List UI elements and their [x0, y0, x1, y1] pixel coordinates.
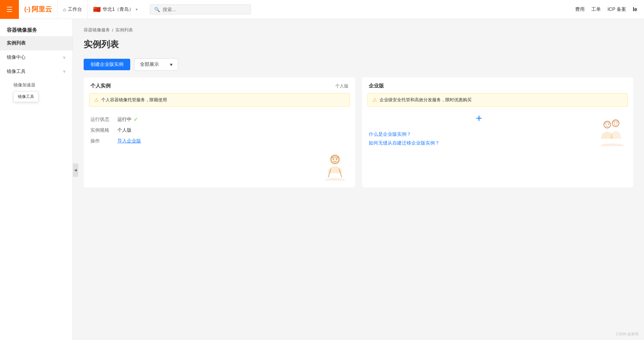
sidebar-collapse-button[interactable]: ◀: [73, 163, 78, 177]
top-navigation: ☰ (-) 阿里云 ⌂ 工作台 🇨🇳 华北1（青岛） ▾ 🔍 费用 工单 ICP…: [0, 0, 644, 19]
search-box[interactable]: 🔍: [150, 4, 251, 15]
svg-point-7: [606, 124, 607, 125]
sidebar: 容器镜像服务 实例列表 镜像中心 ∨ 镜像工具 ∧ 镜像加速器 镜像工具: [0, 19, 73, 340]
warning-icon: ⚠: [94, 97, 99, 103]
top-actions: 费用 工单 ICP 备案 Ie: [568, 6, 644, 12]
hamburger-menu-button[interactable]: ☰: [0, 0, 19, 19]
workbench-label: 工作台: [68, 6, 82, 12]
display-filter-dropdown[interactable]: 全部展示 ▾: [134, 58, 178, 71]
enterprise-card-notice: ⚠ 企业级安全托管和高效分发服务，限时优惠购买: [367, 93, 628, 107]
create-enterprise-button[interactable]: 创建企业版实例: [84, 59, 130, 70]
enterprise-person-icon: [596, 116, 626, 146]
collapse-icon: ◀: [74, 168, 77, 172]
toolbar: 创建企业版实例 全部展示 ▾: [84, 58, 633, 71]
spec-value: 个人版: [117, 127, 132, 133]
app-body: 容器镜像服务 实例列表 镜像中心 ∨ 镜像工具 ∧ 镜像加速器 镜像工具 ◀: [0, 19, 644, 340]
personal-person-icon: [321, 150, 348, 181]
sidebar-item-image-center[interactable]: 镜像中心 ∨: [0, 50, 73, 64]
personal-card-title: 个人实例: [90, 83, 111, 89]
search-area: 🔍: [143, 4, 568, 15]
sidebar-item-image-tools-label: 镜像工具: [7, 69, 26, 75]
logo-text: 阿里云: [32, 5, 52, 14]
sidebar-item-image-tools[interactable]: 镜像工具 ∧: [0, 64, 73, 79]
svg-point-4: [336, 158, 337, 160]
region-label: 华北1（青岛）: [103, 6, 134, 12]
status-check-icon: ✓: [134, 116, 138, 123]
action-row: 操作 导入企业版: [90, 138, 348, 144]
svg-point-5: [600, 143, 624, 146]
svg-point-9: [612, 120, 619, 127]
hamburger-icon: ☰: [6, 5, 12, 14]
status-text: 运行中: [117, 116, 132, 123]
personal-card-notice: ⚠ 个人容器镜像托管服务，限额使用: [89, 93, 350, 107]
sidebar-item-instances[interactable]: 实例列表: [0, 36, 73, 50]
search-input[interactable]: [163, 7, 247, 12]
status-label: 运行状态: [90, 116, 117, 123]
enterprise-card-body: + 什么是企业版实例？ 如何无缝从自建迁移企业版实例？: [362, 111, 634, 154]
enterprise-card-title: 企业版: [369, 83, 384, 89]
search-icon: 🔍: [154, 7, 160, 12]
chevron-down-icon: ∨: [63, 55, 66, 60]
personal-card-header: 个人实例 个人版: [84, 77, 355, 89]
svg-point-3: [333, 158, 334, 160]
sidebar-service-title: 容器镜像服务: [0, 22, 73, 36]
personal-card-tag: 个人版: [335, 83, 348, 89]
watermark: CSDN @算局: [616, 332, 639, 337]
svg-point-6: [604, 121, 611, 128]
personal-notice-text: 个人容器镜像托管服务，限额使用: [101, 97, 167, 103]
svg-point-8: [608, 124, 609, 125]
svg-point-11: [617, 123, 618, 124]
sidebar-item-instances-label: 实例列表: [7, 40, 26, 46]
icp-link[interactable]: ICP 备案: [608, 6, 626, 12]
cards-row: 个人实例 个人版 ⚠ 个人容器镜像托管服务，限额使用 运行状态 运行中 ✓: [84, 77, 633, 187]
dropdown-label: 全部展示: [140, 61, 159, 68]
logo-area: (-) 阿里云: [19, 0, 58, 19]
enterprise-links: + 什么是企业版实例？ 如何无缝从自建迁移企业版实例？: [369, 111, 590, 146]
region-arrow-icon: ▾: [136, 7, 138, 12]
logo-icon: (-): [24, 6, 30, 13]
accelerator-tooltip-container: 镜像加速器 镜像工具: [13, 82, 35, 88]
breadcrumb-service[interactable]: 容器镜像服务: [84, 27, 110, 33]
logo: (-) 阿里云: [24, 5, 52, 14]
accelerator-label: 镜像加速器: [13, 82, 35, 87]
svg-point-0: [325, 178, 345, 181]
enterprise-warning-icon: ⚠: [372, 97, 377, 103]
enterprise-instance-card: 企业版 ⚠ 企业级安全托管和高效分发服务，限时优惠购买 + 什么是企业版实例？ …: [362, 77, 634, 187]
breadcrumb-separator: /: [112, 28, 113, 33]
fee-link[interactable]: 费用: [575, 6, 585, 12]
enterprise-migrate-link[interactable]: 如何无缝从自建迁移企业版实例？: [369, 140, 590, 146]
status-row: 运行状态 运行中 ✓: [90, 116, 348, 123]
sidebar-item-image-center-label: 镜像中心: [7, 54, 26, 60]
region-selector[interactable]: 🇨🇳 华北1（青岛） ▾: [88, 0, 143, 19]
page-title: 实例列表: [84, 38, 633, 50]
plus-icon: +: [369, 112, 590, 125]
import-enterprise-link[interactable]: 导入企业版: [117, 138, 141, 144]
spec-label: 实例规格: [90, 127, 117, 133]
status-value: 运行中 ✓: [117, 116, 138, 123]
region-flag-icon: 🇨🇳: [93, 6, 101, 13]
spec-row: 实例规格 个人版: [90, 127, 348, 133]
enterprise-card-header: 企业版: [362, 77, 634, 89]
breadcrumb-current: 实例列表: [115, 27, 133, 33]
enterprise-notice-text: 企业级安全托管和高效分发服务，限时优惠购买: [380, 97, 472, 103]
order-link[interactable]: 工单: [591, 6, 601, 12]
action-label: 操作: [90, 138, 117, 144]
personal-instance-card: 个人实例 个人版 ⚠ 个人容器镜像托管服务，限额使用 运行状态 运行中 ✓: [84, 77, 355, 187]
breadcrumb: 容器镜像服务 / 实例列表: [84, 27, 633, 33]
dropdown-arrow-icon: ▾: [170, 62, 172, 67]
workbench-icon: ⌂: [63, 7, 66, 12]
accelerator-tooltip: 镜像工具: [13, 91, 38, 102]
sidebar-sub-item-accelerator[interactable]: 镜像加速器 镜像工具: [0, 79, 73, 91]
workbench-link[interactable]: ⌂ 工作台: [58, 0, 88, 19]
chevron-up-icon: ∧: [63, 69, 66, 74]
svg-point-10: [614, 123, 615, 124]
enterprise-what-link[interactable]: 什么是企业版实例？: [369, 131, 590, 137]
user-avatar[interactable]: Ie: [633, 6, 637, 12]
main-content: 容器镜像服务 / 实例列表 实例列表 创建企业版实例 全部展示 ▾ 个人实例 个…: [73, 19, 644, 340]
